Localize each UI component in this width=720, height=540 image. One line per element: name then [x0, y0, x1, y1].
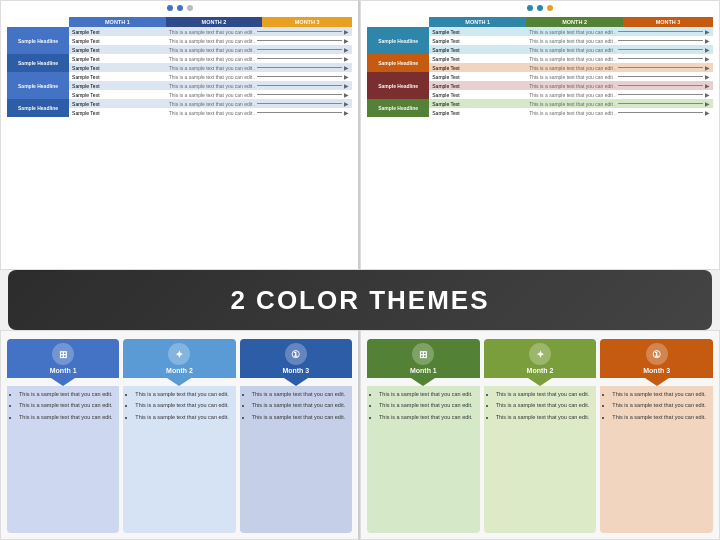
- card-body-2: This is a sample text that you can edit.…: [123, 386, 235, 533]
- list-item: This is a sample text that you can edit.: [19, 413, 115, 421]
- section-header-1: Sample Headline: [7, 27, 69, 54]
- card-icon-circle-r3: ①: [646, 343, 668, 365]
- bottom-slide-right: ⊞ Month 1 This is a sample text that you…: [360, 330, 720, 540]
- th-r-month2: MONTH 2: [526, 17, 623, 27]
- card-arrow-3: [284, 378, 308, 386]
- slide-preview-left: MONTH 1 MONTH 2 MONTH 3 Sample Headline …: [0, 0, 360, 270]
- card-header-month1: ⊞ Month 1: [7, 339, 119, 378]
- sub-label: Sample Text: [69, 27, 166, 36]
- list-item: This is a sample text that you can edit.: [612, 413, 709, 421]
- color-themes-banner: 2 COLOR THEMES: [8, 270, 712, 330]
- card-header-month3: ① Month 3: [240, 339, 352, 378]
- card-icon-circle-r2: ✦: [529, 343, 551, 365]
- slide-table-right: MONTH 1 MONTH 2 MONTH 3 Sample Headline …: [367, 17, 713, 117]
- network-icon-r: ✦: [536, 349, 544, 360]
- card-month3-label: Month 3: [282, 367, 309, 374]
- dot-r2: [537, 5, 543, 11]
- list-item: This is a sample text that you can edit.: [135, 413, 231, 421]
- dot-indicator-left: [167, 5, 193, 11]
- slide-preview-right: MONTH 1 MONTH 2 MONTH 3 Sample Headline …: [360, 0, 720, 270]
- th-r-month1: MONTH 1: [429, 17, 526, 27]
- card-body-3: This is a sample text that you can edit.…: [240, 386, 352, 533]
- card-arrow-r3: [645, 378, 669, 386]
- arrow-row: This is a sample text that you can edit …: [169, 28, 349, 35]
- table-row: Sample Headline Sample Text This is a sa…: [7, 72, 352, 81]
- month-card-3: ① Month 3 This is a sample text that you…: [240, 339, 352, 533]
- month-card-r1: ⊞ Month 1 This is a sample text that you…: [367, 339, 480, 533]
- list-item: This is a sample text that you can edit.: [379, 390, 476, 398]
- card-header-r-month3: ① Month 3: [600, 339, 713, 378]
- card-header-r-month1: ⊞ Month 1: [367, 339, 480, 378]
- list-item: This is a sample text that you can edit.: [252, 413, 348, 421]
- card-body-r2: This is a sample text that you can edit.…: [484, 386, 597, 533]
- card-body-1: This is a sample text that you can edit.…: [7, 386, 119, 533]
- card-list-r2: This is a sample text that you can edit.…: [488, 390, 593, 421]
- card-list-1: This is a sample text that you can edit.…: [11, 390, 115, 421]
- table-row: Sample Headline Sample Text This is a sa…: [367, 27, 713, 36]
- list-item: This is a sample text that you can edit.: [135, 390, 231, 398]
- list-item: This is a sample text that you can edit.: [19, 390, 115, 398]
- list-item: This is a sample text that you can edit.: [612, 401, 709, 409]
- card-icon-circle-1: ⊞: [52, 343, 74, 365]
- banner-title: 2 COLOR THEMES: [230, 285, 489, 316]
- month-card-r2: ✦ Month 2 This is a sample text that you…: [484, 339, 597, 533]
- list-item: This is a sample text that you can edit.: [496, 390, 593, 398]
- card-header-r-month2: ✦ Month 2: [484, 339, 597, 378]
- card-icon-circle-3: ①: [285, 343, 307, 365]
- card-list-r3: This is a sample text that you can edit.…: [604, 390, 709, 421]
- card-list-r1: This is a sample text that you can edit.…: [371, 390, 476, 421]
- list-item: This is a sample text that you can edit.: [379, 413, 476, 421]
- card-r-month3-label: Month 3: [643, 367, 670, 374]
- dot-r1: [527, 5, 533, 11]
- th-empty: [7, 17, 69, 27]
- list-item: This is a sample text that you can edit.: [135, 401, 231, 409]
- table-row: Sample Headline Sample Text This is a sa…: [7, 99, 352, 108]
- network-icon: ✦: [175, 349, 183, 360]
- main-container: MONTH 1 MONTH 2 MONTH 3 Sample Headline …: [0, 0, 720, 540]
- dot-r3: [547, 5, 553, 11]
- card-body-r1: This is a sample text that you can edit.…: [367, 386, 480, 533]
- list-item: This is a sample text that you can edit.: [379, 401, 476, 409]
- th-month2: MONTH 2: [166, 17, 263, 27]
- list-item: This is a sample text that you can edit.: [252, 390, 348, 398]
- month-cards-right: ⊞ Month 1 This is a sample text that you…: [367, 339, 713, 533]
- card-list-3: This is a sample text that you can edit.…: [244, 390, 348, 421]
- card-month2-label: Month 2: [166, 367, 193, 374]
- month-card-2: ✦ Month 2 This is a sample text that you…: [123, 339, 235, 533]
- card-r-month1-label: Month 1: [410, 367, 437, 374]
- dot-3: [187, 5, 193, 11]
- table-row: Sample Headline Sample Text This is a sa…: [367, 72, 713, 81]
- number-icon-r: ①: [652, 349, 661, 360]
- th-r-month3: MONTH 3: [623, 17, 713, 27]
- table-row: Sample Headline Sample Text This is a sa…: [7, 27, 352, 36]
- list-item: This is a sample text that you can edit.: [19, 401, 115, 409]
- card-arrow-1: [51, 378, 75, 386]
- grid-icon: ⊞: [59, 349, 67, 360]
- month-card-r3: ① Month 3 This is a sample text that you…: [600, 339, 713, 533]
- grid-icon-r: ⊞: [419, 349, 427, 360]
- card-list-2: This is a sample text that you can edit.…: [127, 390, 231, 421]
- card-r-month2-label: Month 2: [527, 367, 554, 374]
- list-item: This is a sample text that you can edit.: [496, 413, 593, 421]
- month-cards-left: ⊞ Month 1 This is a sample text that you…: [7, 339, 352, 533]
- card-icon-circle-2: ✦: [168, 343, 190, 365]
- card-icon-circle-r1: ⊞: [412, 343, 434, 365]
- dot-indicator-right: [527, 5, 553, 11]
- list-item: This is a sample text that you can edit.: [612, 390, 709, 398]
- slide-table-left: MONTH 1 MONTH 2 MONTH 3 Sample Headline …: [7, 17, 352, 117]
- dot-2: [177, 5, 183, 11]
- th-month3: MONTH 3: [262, 17, 352, 27]
- card-arrow-2: [167, 378, 191, 386]
- table-row: Sample Headline Sample Text This is a sa…: [367, 54, 713, 63]
- list-item: This is a sample text that you can edit.: [496, 401, 593, 409]
- bottom-slide-left: ⊞ Month 1 This is a sample text that you…: [0, 330, 360, 540]
- table-row: Sample Headline Sample Text This is a sa…: [7, 54, 352, 63]
- card-month1-label: Month 1: [50, 367, 77, 374]
- th-month1: MONTH 1: [69, 17, 166, 27]
- month-card-1: ⊞ Month 1 This is a sample text that you…: [7, 339, 119, 533]
- table-row: Sample Headline Sample Text This is a sa…: [367, 99, 713, 108]
- number-icon: ①: [291, 349, 300, 360]
- card-arrow-r1: [411, 378, 435, 386]
- dot-1: [167, 5, 173, 11]
- card-header-month2: ✦ Month 2: [123, 339, 235, 378]
